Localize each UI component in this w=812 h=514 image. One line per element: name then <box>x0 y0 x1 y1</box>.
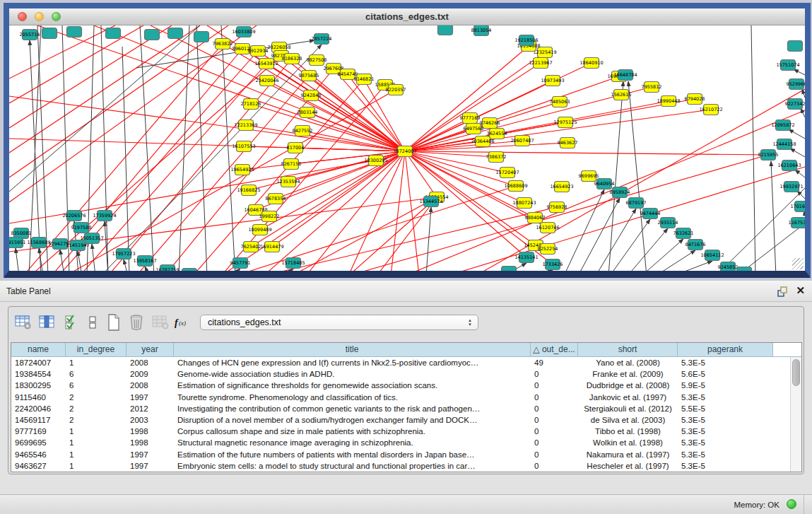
table-cell[interactable]: 1 <box>66 437 126 448</box>
graph-node[interactable]: 2803144 <box>298 107 318 118</box>
graph-node[interactable]: 817004 <box>287 143 305 153</box>
graph-edge[interactable] <box>789 129 805 139</box>
table-cell[interactable]: 2008 <box>126 380 174 391</box>
graph-node[interactable]: 8267150 <box>281 159 302 170</box>
table-cell[interactable]: 5.9E-5 <box>678 380 773 391</box>
row-height-icon[interactable] <box>83 313 102 332</box>
graph-node[interactable] <box>502 267 517 271</box>
vertical-scrollbar[interactable] <box>790 357 801 472</box>
graph-node[interactable]: 1562615 <box>611 90 632 100</box>
graph-node[interactable]: 9197588 <box>71 223 92 233</box>
graph-node[interactable]: 10688609 <box>504 181 527 192</box>
table-cell[interactable]: 0 <box>531 460 578 472</box>
graph-node[interactable]: 12095872 <box>771 120 794 131</box>
graph-edge[interactable] <box>751 25 755 271</box>
table-cell[interactable]: 5.3E-5 <box>678 392 773 403</box>
graph-edge[interactable] <box>145 267 149 271</box>
graph-node[interactable]: 12213967 <box>529 58 552 69</box>
table-cell[interactable]: de Silva et al. (2003) <box>578 414 678 426</box>
graph-node[interactable] <box>67 27 82 37</box>
table-row[interactable]: 1456911722003Disruption of a novel membe… <box>11 414 790 426</box>
table-cell[interactable]: 1998 <box>126 437 174 448</box>
table-row[interactable]: 969969511998Structural magnetic resonanc… <box>11 437 790 448</box>
graph-node[interactable]: 1167533 <box>789 218 805 228</box>
table-cell[interactable]: Tibbo et al. (1998) <box>578 426 678 437</box>
graph-node[interactable]: 2718126 <box>241 99 261 110</box>
table-cell[interactable]: 9115460 <box>11 392 66 403</box>
graph-node[interactable] <box>194 32 209 42</box>
table-cell[interactable]: Investigating the contribution of common… <box>174 403 531 414</box>
graph-edge[interactable] <box>101 25 108 271</box>
table-cell[interactable]: Genome-wide association studies in ADHD. <box>174 368 531 380</box>
graph-node[interactable]: 8215955 <box>758 150 779 160</box>
table-cell[interactable]: Nakamura et al. (1997) <box>578 449 678 460</box>
table-cell[interactable]: 9777169 <box>11 426 66 437</box>
window-resize-grip[interactable] <box>792 258 804 269</box>
table-row[interactable]: 977716911998Corpus callosum shape and si… <box>11 426 790 437</box>
graph-node[interactable]: 12923445 <box>177 269 201 271</box>
column-select-icon[interactable] <box>38 313 57 332</box>
network-canvas[interactable]: 1872400779638228960128891293423226058982… <box>9 25 805 271</box>
graph-node[interactable]: 9640954 <box>594 179 615 189</box>
delete-rows-icon[interactable] <box>127 313 146 332</box>
table-cell[interactable]: 2 <box>66 414 126 426</box>
table-cell[interactable]: 2003 <box>126 414 174 426</box>
table-cell[interactable]: 18724007 <box>11 357 66 368</box>
table-cell[interactable]: 1997 <box>126 449 174 460</box>
graph-edge[interactable] <box>9 25 200 192</box>
graph-edge[interactable] <box>9 25 228 177</box>
table-cell[interactable]: 1998 <box>126 426 174 437</box>
table-cell[interactable]: 0 <box>531 403 578 414</box>
graph-node[interactable] <box>168 28 183 39</box>
graph-edge[interactable] <box>610 219 650 271</box>
table-cell[interactable]: Structural magnetic resonance image aver… <box>174 437 531 448</box>
graph-edge[interactable] <box>771 161 776 271</box>
column-header-title[interactable]: title <box>174 343 531 357</box>
graph-node[interactable]: 23420046 <box>255 76 278 86</box>
graph-edge[interactable] <box>124 259 128 271</box>
table-cell[interactable]: 0 <box>531 380 578 391</box>
table-cell[interactable]: Estimation of significance thresholds fo… <box>174 380 531 391</box>
table-cell[interactable]: 6 <box>66 380 126 391</box>
graph-node[interactable] <box>145 30 160 40</box>
graph-edge[interactable] <box>628 81 647 271</box>
table-cell[interactable]: Yano et al. (2008) <box>578 357 678 368</box>
graph-edge[interactable] <box>596 209 636 271</box>
graph-node[interactable]: 9463627 <box>558 138 578 148</box>
graph-node[interactable]: 9529966 <box>787 79 805 90</box>
graph-node[interactable]: 12444158 <box>772 139 796 150</box>
table-cell[interactable]: 1997 <box>126 460 174 472</box>
table-cell[interactable]: Disruption of a novel member of a sodium… <box>174 414 531 426</box>
table-cell[interactable]: 1 <box>66 460 126 472</box>
table-cell[interactable]: 0 <box>531 414 578 426</box>
graph-node[interactable]: 17957223 <box>112 249 135 259</box>
graph-node[interactable]: 9242848 <box>301 90 322 101</box>
table-cell[interactable]: 2012 <box>126 403 174 414</box>
table-cell[interactable]: 2009 <box>126 368 174 380</box>
graph-node[interactable] <box>42 28 57 39</box>
column-header-name[interactable]: name <box>11 343 66 357</box>
graph-node[interactable]: 17359924 <box>93 211 116 221</box>
table-cell[interactable]: Estimation of the future numbers of pati… <box>174 449 531 460</box>
table-cell[interactable]: Changes of HCN gene expression and I(f) … <box>174 357 531 368</box>
graph-node[interactable]: 16210722 <box>699 105 722 115</box>
table-cell[interactable]: 9463627 <box>11 460 66 472</box>
graph-edge[interactable] <box>790 148 805 157</box>
graph-node[interactable]: 10654112 <box>700 250 724 261</box>
graph-node[interactable]: 8252254 <box>538 244 558 255</box>
table-cell[interactable]: 5.3E-5 <box>678 414 773 426</box>
graph-node[interactable]: 2055714 <box>20 30 40 40</box>
table-cell[interactable]: 19384554 <box>11 368 66 380</box>
graph-node[interactable]: 9245852 <box>718 262 739 271</box>
table-cell[interactable]: 14569117 <box>11 414 66 426</box>
table-cell[interactable]: Tourette syndrome. Phenomenology and cla… <box>174 392 531 403</box>
graph-node[interactable]: 15751074 <box>776 60 799 71</box>
graph-edge[interactable] <box>62 25 69 271</box>
graph-node[interactable]: 8220357 <box>386 85 406 95</box>
table-cell[interactable]: 49 <box>531 357 578 368</box>
float-panel-icon[interactable] <box>777 286 788 297</box>
table-settings-icon[interactable] <box>14 313 33 332</box>
graph-edge[interactable] <box>656 250 695 271</box>
table-cell[interactable]: 9699695 <box>11 437 66 448</box>
table-cell[interactable]: 0 <box>531 449 578 460</box>
